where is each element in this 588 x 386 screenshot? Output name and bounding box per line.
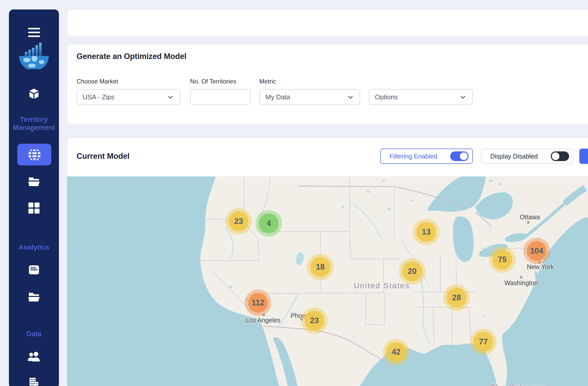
people-icon: [27, 351, 41, 364]
cluster-marker[interactable]: 77: [473, 332, 493, 352]
toggle-switch-on[interactable]: [450, 151, 469, 161]
partial-action-button[interactable]: [579, 149, 588, 164]
sidebar-section-territory-management: Territory Management: [9, 115, 59, 132]
cluster-marker[interactable]: 20: [402, 261, 422, 281]
sidebar: Territory Management Analytics: [9, 9, 59, 386]
sidebar-item-folder[interactable]: [9, 175, 59, 188]
chevron-down-icon: [167, 93, 174, 101]
folder-icon: [27, 175, 41, 188]
metric-label: Metric: [259, 78, 276, 85]
current-model-title: Current Model: [77, 152, 130, 161]
cluster-marker[interactable]: 104: [527, 241, 547, 261]
toggle-knob: [460, 152, 468, 160]
generate-panel-title: Generate an Optimized Model: [77, 52, 186, 61]
toggle-knob: [552, 152, 559, 160]
toggle-switch-off[interactable]: [551, 151, 569, 161]
building-icon: [28, 378, 40, 386]
current-model-panel: Current Model Filtering Enabled Display …: [67, 138, 588, 386]
cluster-marker[interactable]: 75: [492, 250, 512, 270]
display-disabled-toggle[interactable]: Display Disabled: [481, 149, 573, 164]
cluster-marker[interactable]: 18: [310, 257, 330, 277]
sidebar-section-data: Data: [9, 330, 59, 338]
territories-input[interactable]: [190, 89, 250, 105]
territories-label: No. Of Territories: [190, 78, 236, 85]
sidebar-section-analytics: Analytics: [9, 243, 59, 251]
cluster-marker[interactable]: 13: [416, 222, 436, 242]
map-markers-layer: 2341318207510428112234277: [67, 176, 588, 386]
chevron-down-icon: [459, 93, 467, 101]
map-container[interactable]: OttawaNew YorkWashingtonUnited StatesLos…: [67, 176, 588, 386]
cluster-marker[interactable]: 42: [386, 342, 406, 362]
sidebar-item-grid[interactable]: [9, 201, 59, 215]
sidebar-item-people[interactable]: [9, 351, 59, 364]
grid-icon: [28, 202, 40, 214]
options-select[interactable]: Options: [369, 89, 473, 105]
generate-model-panel: Generate an Optimized Model Choose Marke…: [67, 44, 588, 124]
metric-select[interactable]: My Data: [259, 89, 360, 105]
sidebar-item-territory-map[interactable]: [17, 144, 51, 165]
globe-bar-chart-logo: [17, 43, 51, 69]
cube-icon[interactable]: [9, 88, 59, 100]
hamburger-icon[interactable]: [9, 27, 59, 38]
filtering-enabled-toggle[interactable]: Filtering Enabled: [380, 149, 473, 164]
choose-market-select[interactable]: USA - Zips: [77, 89, 180, 105]
chevron-down-icon: [347, 93, 354, 101]
cluster-marker[interactable]: 112: [248, 293, 268, 313]
sidebar-item-report[interactable]: [9, 263, 59, 276]
sidebar-item-analytics-folder[interactable]: [9, 290, 59, 304]
cluster-marker[interactable]: 4: [259, 213, 279, 233]
cluster-marker[interactable]: 23: [229, 211, 249, 231]
top-header-card: [67, 9, 588, 37]
choose-market-label: Choose Market: [77, 78, 118, 85]
cluster-marker[interactable]: 23: [304, 311, 324, 331]
cluster-marker[interactable]: 28: [447, 288, 467, 308]
sidebar-item-building[interactable]: [9, 378, 59, 386]
globe-icon: [27, 148, 42, 162]
app-logo: [9, 42, 59, 70]
report-icon: [28, 264, 40, 276]
folder-icon: [27, 291, 41, 303]
